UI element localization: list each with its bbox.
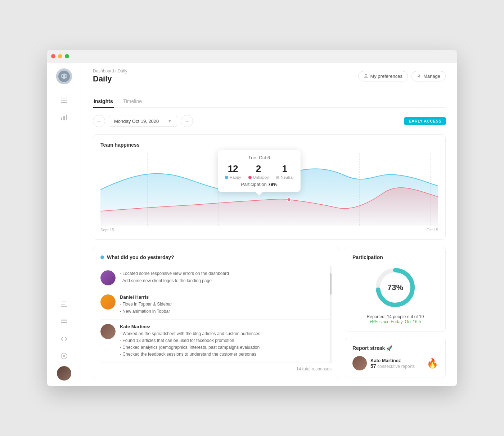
- tooltip-stats: 12 Happy 2: [225, 163, 293, 179]
- tooltip-neutral: 1 Neutral: [276, 163, 293, 179]
- titlebar: [47, 50, 457, 63]
- svg-point-27: [287, 198, 291, 201]
- svg-point-21: [419, 75, 420, 77]
- app-body: Dashboard / Daily Daily My preferences M…: [47, 63, 457, 386]
- sidebar-icon-close-circle[interactable]: [57, 349, 71, 363]
- svg-rect-10: [63, 116, 65, 120]
- svg-rect-9: [61, 117, 62, 120]
- chart-x-labels: Sept 15 Oct 15: [100, 228, 438, 232]
- header-right: My preferences Manage: [358, 71, 446, 81]
- participation-card: Participation 73%: [345, 247, 446, 332]
- response-body: - Located some responsive view errors on…: [120, 270, 229, 284]
- tooltip-unhappy: 2 Unhappy: [248, 163, 269, 179]
- svg-rect-8: [61, 102, 67, 103]
- donut-percentage: 73%: [387, 283, 403, 292]
- maximize-dot[interactable]: [65, 54, 69, 58]
- minimize-dot[interactable]: [58, 54, 62, 58]
- question-header: What did you do yesterday?: [100, 254, 332, 260]
- my-preferences-button[interactable]: My preferences: [358, 71, 408, 81]
- svg-rect-12: [61, 302, 67, 302]
- streak-count: 57 consecutive reports: [370, 363, 415, 369]
- svg-rect-16: [61, 322, 67, 323]
- bottom-grid: What did you do yesterday? - Locate: [93, 247, 446, 379]
- page-title: Daily: [93, 74, 127, 84]
- tab-timeline[interactable]: Timeline: [122, 95, 143, 108]
- tooltip-date: Tue, Oct 6: [225, 155, 293, 160]
- response-items: - Located some responsive view errors on…: [120, 270, 229, 284]
- page-header: Dashboard / Daily Daily My preferences M…: [81, 63, 457, 88]
- unhappy-dot: [248, 176, 252, 179]
- svg-rect-4: [63, 78, 65, 79]
- question-card: What did you do yesterday? - Locate: [93, 247, 339, 379]
- response-list: - Located some responsive view errors on…: [100, 266, 332, 362]
- close-dot[interactable]: [51, 54, 55, 58]
- next-date-button[interactable]: →: [181, 115, 193, 127]
- early-access-badge: EARLY ACCESS: [404, 117, 446, 125]
- tooltip-arrow: [256, 192, 263, 196]
- main-content: Dashboard / Daily Daily My preferences M…: [81, 63, 457, 386]
- participation-title: Participation: [352, 254, 438, 260]
- svg-rect-11: [66, 115, 67, 120]
- date-selector-row: ← Monday Oct 19, 2020 ▼ → EARLY ACCESS: [93, 115, 446, 127]
- svg-point-2: [62, 75, 63, 77]
- total-responses: 14 total responses: [100, 366, 332, 372]
- scrollbar-thumb[interactable]: [330, 273, 332, 295]
- sidebar-bottom: [57, 297, 71, 381]
- participation-info: Reported: 14 people out of 19 +5% since …: [352, 314, 438, 324]
- avatar: [100, 294, 116, 310]
- chart-card: Team happiness Tue, Oct 6 12 Happy: [93, 134, 446, 240]
- question-indicator: [100, 255, 104, 259]
- svg-rect-7: [61, 100, 67, 101]
- prev-date-button[interactable]: ←: [93, 115, 105, 127]
- list-item: Daniel Harris - Fixes in Topbar & Sideba…: [100, 290, 332, 319]
- sidebar-icon-menu2[interactable]: [57, 297, 71, 311]
- breadcrumb: Dashboard / Daily: [93, 68, 127, 74]
- question-title: What did you do yesterday?: [107, 254, 174, 260]
- avatar: [100, 270, 116, 285]
- svg-rect-15: [61, 320, 67, 321]
- user-avatar-bottom[interactable]: [57, 366, 71, 381]
- manage-button[interactable]: Manage: [411, 71, 446, 81]
- donut-chart-wrap: 73%: [352, 266, 438, 309]
- scrollbar-track: [330, 266, 332, 362]
- fire-icon: 🔥: [427, 358, 438, 369]
- svg-rect-13: [61, 304, 65, 304]
- sidebar: [47, 63, 81, 386]
- donut-chart: 73%: [374, 266, 417, 309]
- sidebar-icon-equals[interactable]: [57, 314, 71, 329]
- chart-area[interactable]: Tue, Oct 6 12 Happy: [100, 154, 438, 226]
- svg-point-20: [365, 74, 367, 76]
- streak-card: Report streak 🚀 Kate Martinez 57 cons: [345, 338, 446, 378]
- response-body: Kate Martinez - Worked on the spreadshee…: [120, 324, 260, 358]
- dropdown-chevron: ▼: [168, 119, 172, 123]
- happy-dot: [225, 176, 228, 179]
- tab-insights[interactable]: Insights: [93, 95, 114, 108]
- list-item: - Located some responsive view errors on…: [100, 266, 332, 290]
- response-items: - Worked on the spreadsheet with the blo…: [120, 330, 260, 358]
- chart-title: Team happiness: [100, 142, 438, 148]
- streak-title: Report streak 🚀: [352, 345, 438, 351]
- chart-tooltip: Tue, Oct 6 12 Happy: [218, 150, 301, 192]
- streak-info: Kate Martinez 57 consecutive reports: [370, 358, 415, 369]
- svg-rect-6: [61, 98, 67, 98]
- neutral-dot: [276, 176, 279, 179]
- tooltip-participation: Participation 79%: [225, 182, 293, 187]
- svg-point-3: [65, 75, 67, 77]
- date-dropdown[interactable]: Monday Oct 19, 2020 ▼: [109, 116, 177, 127]
- response-items: - Fixes in Topbar & Sidebar - New animat…: [120, 301, 172, 315]
- svg-rect-5: [64, 73, 64, 74]
- streak-avatar: [352, 356, 367, 370]
- avatar: [100, 324, 116, 339]
- sidebar-icon-chart[interactable]: [57, 110, 71, 125]
- response-body: Daniel Harris - Fixes in Topbar & Sideba…: [120, 294, 172, 315]
- main-window: Dashboard / Daily Daily My preferences M…: [47, 50, 457, 386]
- app-logo-avatar: [56, 68, 72, 84]
- streak-user: Kate Martinez 57 consecutive reports 🔥: [352, 356, 438, 370]
- tab-bar: Insights Timeline: [93, 95, 446, 108]
- tooltip-happy: 12 Happy: [225, 163, 241, 179]
- header-left: Dashboard / Daily Daily: [93, 68, 127, 84]
- sidebar-icon-menu[interactable]: [57, 93, 71, 107]
- list-item: Kate Martinez - Worked on the spreadshee…: [100, 320, 332, 363]
- sidebar-icon-code[interactable]: [57, 332, 71, 346]
- page-content: Insights Timeline ← Monday Oct 19, 2020 …: [81, 88, 457, 386]
